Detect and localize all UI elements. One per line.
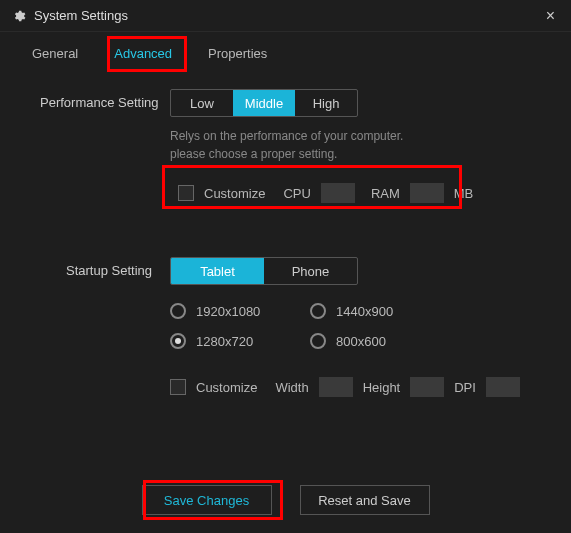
res-800x600[interactable]: 800x600 xyxy=(310,333,450,349)
mb-label: MB xyxy=(454,186,474,201)
gear-icon xyxy=(12,9,26,23)
startup-customize-row: Customize Width Height DPI xyxy=(170,377,541,397)
tab-advanced[interactable]: Advanced xyxy=(112,42,174,65)
cpu-label: CPU xyxy=(283,186,310,201)
perf-customize-checkbox[interactable] xyxy=(178,185,194,201)
device-type-group: Tablet Phone xyxy=(170,257,358,285)
tab-general[interactable]: General xyxy=(30,42,80,65)
window-title: System Settings xyxy=(34,8,128,23)
ram-input[interactable] xyxy=(410,183,444,203)
dpi-input[interactable] xyxy=(486,377,520,397)
close-button[interactable]: × xyxy=(542,7,559,25)
startup-section: Startup Setting Tablet Phone 1920x1080 1… xyxy=(40,257,541,397)
width-label: Width xyxy=(275,380,308,395)
startup-customize-label: Customize xyxy=(196,380,257,395)
save-changes-button[interactable]: Save Changes xyxy=(142,485,272,515)
perf-middle[interactable]: Middle xyxy=(233,90,295,116)
content-area: Performance Setting Low Middle High Rely… xyxy=(0,69,571,425)
performance-label: Performance Setting xyxy=(40,89,170,110)
startup-label: Startup Setting xyxy=(20,257,170,278)
dpi-label: DPI xyxy=(454,380,476,395)
ram-label: RAM xyxy=(371,186,400,201)
cpu-input[interactable] xyxy=(321,183,355,203)
res-1920x1080[interactable]: 1920x1080 xyxy=(170,303,310,319)
perf-low[interactable]: Low xyxy=(171,90,233,116)
tab-properties[interactable]: Properties xyxy=(206,42,269,65)
height-label: Height xyxy=(363,380,401,395)
system-settings-window: System Settings × General Advanced Prope… xyxy=(0,0,571,533)
startup-customize-checkbox[interactable] xyxy=(170,379,186,395)
performance-level-group: Low Middle High xyxy=(170,89,358,117)
reset-and-save-button[interactable]: Reset and Save xyxy=(300,485,430,515)
res-1280x720[interactable]: 1280x720 xyxy=(170,333,310,349)
performance-section: Performance Setting Low Middle High Rely… xyxy=(40,89,541,209)
resolution-grid: 1920x1080 1440x900 1280x720 800x600 xyxy=(170,303,541,349)
footer-buttons: Save Changes Reset and Save xyxy=(0,485,571,515)
height-input[interactable] xyxy=(410,377,444,397)
perf-customize-row: Customize CPU RAM MB xyxy=(170,177,541,209)
device-phone[interactable]: Phone xyxy=(264,258,357,284)
titlebar: System Settings × xyxy=(0,0,571,32)
width-input[interactable] xyxy=(319,377,353,397)
perf-high[interactable]: High xyxy=(295,90,357,116)
device-tablet[interactable]: Tablet xyxy=(171,258,264,284)
tabs: General Advanced Properties xyxy=(0,32,571,69)
perf-customize-label: Customize xyxy=(204,186,265,201)
res-1440x900[interactable]: 1440x900 xyxy=(310,303,450,319)
performance-help: Relys on the performance of your compute… xyxy=(170,127,541,163)
